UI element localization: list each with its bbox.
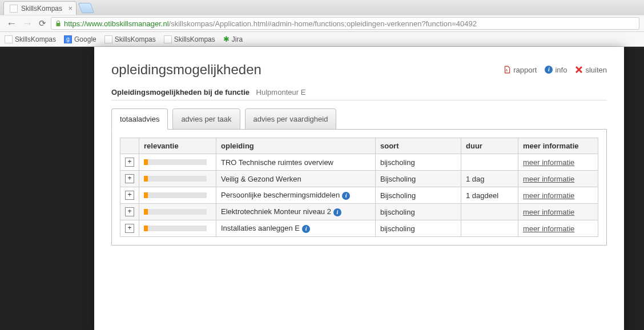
bookmark-label: Jira (232, 35, 243, 43)
relevance-bar (144, 226, 207, 231)
divider (111, 100, 607, 100)
sheet-header: opleidingsmogelijkheden A rapport i info… (111, 62, 607, 78)
more-info-link[interactable]: meer informatie (523, 175, 574, 183)
pdf-icon: A (503, 66, 511, 74)
opleiding-cell: Elektrotechniek Monteur niveau 2i (216, 204, 376, 220)
col-duur: duur (461, 138, 518, 154)
close-icon (575, 66, 583, 74)
tab-close-icon[interactable]: × (68, 4, 73, 13)
url-host: ://www.otibskillsmanager.nl (80, 19, 168, 28)
viewport: opleidingsmogelijkheden A rapport i info… (0, 47, 644, 330)
bookmark-item[interactable]: SkillsKompas (5, 35, 56, 43)
expand-button[interactable]: + (125, 191, 134, 200)
bookmark-label: SkillsKompas (115, 35, 156, 43)
duur-cell (461, 220, 518, 237)
bookmarks-bar: SkillsKompasgGoogleSkillsKompasSkillsKom… (0, 32, 644, 47)
nav-arrows: ← → (5, 18, 34, 30)
opleiding-cell: Persoonlijke beschermingsmiddeleni (216, 187, 376, 204)
tab-advies-per-vaardigheid[interactable]: advies per vaardigheid (245, 108, 337, 130)
opleiding-cell: Veilig & Gezond Werken (216, 171, 376, 187)
page-title: opleidingsmogelijkheden (111, 62, 261, 78)
address-bar[interactable]: https ://www.otibskillsmanager.nl /skill… (51, 17, 639, 30)
duur-cell (461, 204, 518, 220)
more-info-link[interactable]: meer informatie (523, 191, 574, 200)
favicon (10, 5, 18, 13)
browser-tab[interactable]: SkillsKompas × (3, 1, 77, 15)
soort-cell: Bijscholing (376, 187, 461, 204)
duur-cell (461, 154, 518, 171)
relevance-bar (144, 192, 207, 198)
table-row: +Persoonlijke beschermingsmiddeleniBijsc… (120, 187, 598, 204)
soort-cell: Bijscholing (376, 171, 461, 187)
reload-button[interactable]: ⟳ (39, 18, 46, 29)
relevance-bar (144, 209, 207, 215)
forward-button[interactable]: → (21, 18, 34, 30)
col-expand (120, 138, 139, 154)
header-actions: A rapport i info sluiten (503, 66, 607, 74)
opleiding-cell: Installaties aanleggen Ei (216, 220, 376, 237)
url-path: /skillskompas/Application.html#admin-hom… (169, 19, 477, 28)
relevance-bar (144, 159, 207, 165)
table-row: +TRO Technische ruimtes overviewbijschol… (120, 154, 598, 171)
function-name: Hulpmonteur E (256, 88, 306, 96)
browser-chrome: SkillsKompas × ← → ⟳ https ://www.otibsk… (0, 0, 644, 47)
more-info-link[interactable]: meer informatie (523, 158, 574, 167)
close-action[interactable]: sluiten (575, 66, 607, 74)
tab-strip: SkillsKompas × (0, 0, 644, 15)
page-icon (5, 35, 13, 43)
expand-button[interactable]: + (125, 224, 134, 233)
soort-cell: bijscholing (376, 204, 461, 220)
tab-panel: relevantie opleiding soort duur meer inf… (111, 129, 607, 246)
toolbar: ← → ⟳ https ://www.otibskillsmanager.nl … (0, 15, 644, 32)
tabs-widget: totaaladviesadvies per taakadvies per va… (111, 108, 607, 246)
duur-cell: 1 dagdeel (461, 187, 518, 204)
col-soort: soort (376, 138, 461, 154)
soort-cell: bijscholing (376, 220, 461, 237)
url-scheme: https (64, 19, 80, 28)
col-opleiding: opleiding (216, 138, 376, 154)
subtitle: Opleidingsmogelijkheden bij de functie H… (111, 88, 607, 96)
page-icon (164, 35, 172, 43)
info-icon[interactable]: i (333, 208, 341, 216)
table-row: +Veilig & Gezond WerkenBijscholing1 dagm… (120, 171, 598, 187)
table-row: +Elektrotechniek Monteur niveau 2ibijsch… (120, 204, 598, 220)
tab-title: SkillsKompas (21, 5, 62, 13)
bookmark-item[interactable]: gGoogle (64, 35, 96, 43)
tabs-bar: totaaladviesadvies per taakadvies per va… (111, 108, 607, 130)
new-tab-button[interactable] (78, 3, 95, 13)
google-icon: g (64, 35, 72, 43)
table-row: +Installaties aanleggen Eibijscholingmee… (120, 220, 598, 237)
jira-icon: ✱ (223, 35, 230, 43)
col-meer: meer informatie (518, 138, 598, 154)
bookmark-item[interactable]: SkillsKompas (104, 35, 156, 43)
info-label: info (555, 66, 567, 74)
expand-button[interactable]: + (125, 174, 134, 183)
rapport-action[interactable]: A rapport (503, 66, 537, 74)
more-info-link[interactable]: meer informatie (523, 208, 574, 216)
bookmark-label: Google (74, 35, 96, 43)
bookmark-label: SkillsKompas (174, 35, 215, 43)
soort-cell: bijscholing (376, 154, 461, 171)
bookmark-label: SkillsKompas (15, 35, 56, 43)
expand-button[interactable]: + (125, 158, 134, 167)
close-label: sluiten (585, 66, 607, 74)
relevance-bar (144, 176, 207, 182)
duur-cell: 1 dag (461, 171, 518, 187)
subtitle-label: Opleidingsmogelijkheden bij de functie (111, 88, 249, 96)
expand-button[interactable]: + (125, 207, 134, 216)
rapport-label: rapport (513, 66, 537, 74)
bookmark-item[interactable]: SkillsKompas (164, 35, 215, 43)
info-icon[interactable]: i (302, 225, 310, 233)
tab-totaaladvies[interactable]: totaaladvies (111, 108, 168, 130)
col-relevantie: relevantie (139, 138, 216, 154)
info-icon: i (545, 66, 553, 74)
more-info-link[interactable]: meer informatie (523, 224, 574, 233)
opleidingen-table: relevantie opleiding soort duur meer inf… (120, 138, 598, 237)
back-button[interactable]: ← (5, 18, 18, 30)
tab-advies-per-taak[interactable]: advies per taak (172, 108, 240, 130)
info-action[interactable]: i info (545, 66, 567, 74)
opleiding-cell: TRO Technische ruimtes overview (216, 154, 376, 171)
bookmark-item[interactable]: ✱Jira (223, 35, 243, 43)
info-icon[interactable]: i (342, 192, 350, 200)
page-icon (104, 35, 112, 43)
